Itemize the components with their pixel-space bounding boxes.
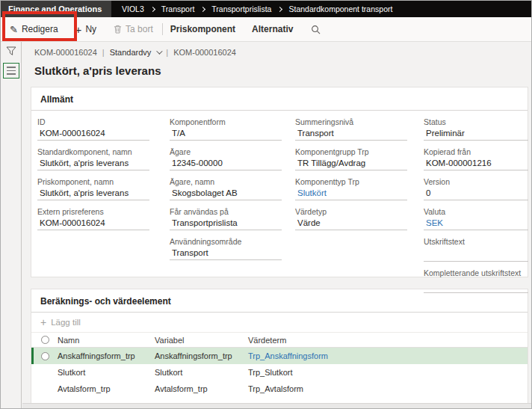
column-header-variabel[interactable]: Variabel (155, 336, 248, 345)
column-header-vardeterm[interactable]: Värdeterm (248, 336, 528, 345)
field-priskomponent-namn: Priskomponent, namn Slutkört, a'pris lev… (37, 177, 149, 200)
breadcrumb-item-transportprislista[interactable]: Transportprislista (211, 4, 271, 13)
row-select-radio[interactable] (41, 352, 49, 360)
breadcrumb-item-standardkomponent[interactable]: Standardkomponent transport (288, 4, 392, 13)
horizontal-scrollbar[interactable] (22, 403, 531, 408)
field-extern-prisreferens: Extern prisreferens KOM-000016024 (37, 207, 149, 230)
field-label: Komponentform (170, 117, 282, 126)
cell-variabel[interactable]: Slutkort (155, 368, 248, 377)
delete-button[interactable]: Ta bort (114, 24, 153, 34)
page-title: Slutkört, a'pris leverans (34, 64, 531, 77)
field-value-link[interactable]: SEK (424, 218, 528, 230)
cell-vardeterm[interactable]: Trp_Avtalsform (248, 384, 528, 393)
field-komponentform: Komponentform T/A (170, 117, 282, 141)
cell-namn[interactable]: Slutkort (58, 368, 155, 377)
app-window: Finance and Operations VIOL3 Transport T… (0, 0, 532, 409)
cell-namn[interactable]: Anskaffningsform_trp (58, 351, 155, 360)
field-value[interactable]: Slutkört, a'pris leverans (37, 188, 149, 200)
field-value[interactable] (424, 248, 528, 262)
pencil-icon: ✎ (10, 25, 18, 34)
general-section: Allmänt ID KOM-000016024 Standardkompone… (31, 87, 528, 277)
field-agare-namn: Ägare, namn Skogsbolaget AB (170, 177, 282, 200)
field-label: Status (424, 117, 528, 126)
separator: | (166, 48, 168, 57)
field-value-link[interactable]: Slutkört (295, 188, 407, 200)
breadcrumb-item-transport[interactable]: Transport (161, 4, 195, 13)
field-label: Kopierad från (424, 147, 528, 156)
table-header-row: Namn Variabel Värdeterm (31, 333, 528, 348)
column-header-namn[interactable]: Namn (58, 336, 155, 345)
trash-icon (114, 25, 122, 34)
field-agare: Ägare 12345-00000 (170, 147, 282, 170)
field-label: Får användas på (170, 207, 282, 216)
field-status: Status Preliminär (424, 117, 528, 141)
record-id[interactable]: KOM-000016024 (34, 48, 97, 57)
edit-button[interactable]: ✎ Redigera (10, 24, 58, 34)
alternativ-menu-button[interactable]: Alternativ (252, 24, 293, 34)
new-button[interactable]: + Ny (75, 24, 96, 35)
field-value[interactable]: 12345-00000 (170, 159, 282, 170)
field-value[interactable]: Transport (170, 248, 282, 260)
field-label: Priskomponent, namn (37, 177, 149, 186)
field-value[interactable]: Transport (295, 129, 407, 141)
cell-namn[interactable]: Avtalsform_trp (58, 384, 155, 393)
field-id: ID KOM-000016024 (37, 117, 149, 141)
field-utskriftstext: Utskriftstext (424, 237, 528, 262)
field-value[interactable]: KOM-000016024 (37, 129, 149, 141)
field-value[interactable] (424, 280, 528, 293)
field-value[interactable]: 0 (424, 188, 528, 200)
view-selector[interactable]: Standardvy (110, 48, 152, 57)
field-vardetyp: Värdetyp Värde (295, 207, 407, 230)
filter-icon[interactable] (6, 46, 16, 56)
calculation-elements-section: Beräknings- och värdeelement + Lägg till… (31, 289, 528, 404)
field-value[interactable]: KOM-000001216 (424, 159, 528, 170)
table-row[interactable]: Avtalsform_trp Avtalsform_trp Trp_Avtals… (31, 381, 528, 397)
field-label: Ägare, namn (170, 177, 282, 186)
elements-table: Namn Variabel Värdeterm Anskaffningsform… (31, 333, 528, 397)
select-all-radio[interactable] (41, 336, 49, 344)
general-section-title[interactable]: Allmänt (31, 87, 528, 111)
field-label: Extern prisreferens (37, 207, 149, 216)
field-value[interactable]: Slutkört, a'pris leverans (37, 159, 149, 170)
search-button[interactable] (311, 25, 321, 34)
breadcrumb: VIOL3 Transport Transportprislista Stand… (111, 1, 392, 17)
field-value[interactable]: Preliminär (424, 129, 528, 141)
breadcrumb-item-viol3[interactable]: VIOL3 (122, 4, 144, 13)
cell-vardeterm[interactable]: Trp_Slutkort (248, 368, 528, 377)
search-icon (311, 25, 321, 34)
field-komponenttyp-trp: Komponenttyp Trp Slutkört (295, 177, 407, 200)
field-value[interactable]: Transportprislista (170, 218, 282, 230)
field-label: Användningsområde (170, 237, 282, 246)
page-content: KOM-000016024 | Standardvy | KOM-0000160… (22, 42, 531, 408)
field-komponentgrupp-trp: Komponentgrupp Trp TR Tillägg/Avdrag (295, 147, 407, 170)
table-row[interactable]: Slutkort Slutkort Trp_Slutkort (31, 364, 528, 381)
field-label: Summeringsnivå (295, 117, 407, 126)
chevron-down-icon[interactable] (156, 48, 162, 54)
chevron-right-icon (150, 6, 155, 11)
field-value[interactable]: KOM-000016024 (37, 218, 149, 230)
field-value[interactable]: Värde (295, 218, 407, 230)
field-value[interactable]: T/A (170, 129, 282, 141)
top-bar: Finance and Operations VIOL3 Transport T… (1, 1, 531, 17)
app-title[interactable]: Finance and Operations (1, 1, 111, 17)
table-row[interactable]: Anskaffningsform_trp Anskaffningsform_tr… (31, 348, 528, 364)
field-far-anvandas-pa: Får användas på Transportprislista (170, 207, 282, 230)
cell-variabel[interactable]: Anskaffningsform_trp (155, 351, 248, 360)
add-row-label: Lägg till (51, 318, 81, 327)
field-label: Valuta (424, 207, 528, 216)
field-version: Version 0 (424, 177, 528, 200)
cell-variabel[interactable]: Avtalsform_trp (155, 384, 248, 393)
record-navigator: KOM-000016024 | Standardvy | KOM-0000160… (34, 48, 531, 57)
hamburger-icon (7, 67, 16, 68)
field-summeringsniva: Summeringsnivå Transport (295, 117, 407, 141)
field-value[interactable]: TR Tillägg/Avdrag (295, 159, 407, 170)
nav-menu-button[interactable] (3, 63, 19, 79)
new-button-label: Ny (85, 24, 96, 34)
field-kopierad-fran: Kopierad från KOM-000001216 (424, 147, 528, 170)
field-value[interactable]: Skogsbolaget AB (170, 188, 282, 200)
field-anvandningsomrade: Användningsområde Transport (170, 237, 282, 260)
add-row-button[interactable]: + Lägg till (31, 313, 528, 333)
cell-vardeterm-link[interactable]: Trp_Anskaffningsform (248, 351, 528, 360)
field-label: Komponentgrupp Trp (295, 147, 407, 156)
priskomponent-menu-button[interactable]: Priskomponent (170, 24, 235, 34)
